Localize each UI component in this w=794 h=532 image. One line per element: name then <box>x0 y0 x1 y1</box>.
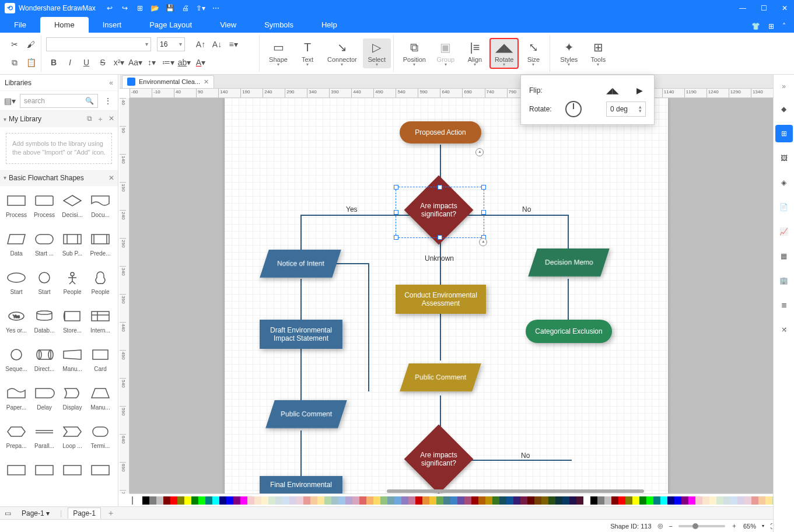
shape-item[interactable]: Decisi... <box>58 190 86 228</box>
shape-item[interactable]: Manu... <box>58 344 86 382</box>
color-swatch[interactable] <box>401 496 408 505</box>
color-swatch[interactable] <box>695 496 702 505</box>
expand-right-panel-icon[interactable]: » <box>774 79 794 93</box>
color-swatch[interactable] <box>317 496 324 505</box>
color-swatch[interactable] <box>541 496 548 505</box>
rotate-button[interactable]: ◢◣Rotate▾ <box>490 38 518 68</box>
menu-symbols[interactable]: Symbols <box>250 17 307 33</box>
mylib-import-icon[interactable]: ⧉ <box>87 114 92 124</box>
color-swatch[interactable] <box>373 496 380 505</box>
color-swatch[interactable] <box>730 496 737 505</box>
color-swatch[interactable] <box>562 496 569 505</box>
color-swatch[interactable] <box>527 496 534 505</box>
color-swatch[interactable] <box>163 496 170 505</box>
color-swatch[interactable] <box>646 496 653 505</box>
color-swatch[interactable] <box>660 496 667 505</box>
shape-item[interactable]: Paper... <box>2 382 30 421</box>
color-swatch[interactable] <box>478 496 485 505</box>
color-swatch[interactable] <box>716 496 723 505</box>
copy-icon[interactable]: ⧉ <box>7 55 22 70</box>
color-swatch[interactable] <box>597 496 604 505</box>
color-swatch[interactable] <box>443 496 450 505</box>
color-swatch[interactable] <box>429 496 436 505</box>
color-swatch[interactable] <box>247 496 254 505</box>
decrease-font-icon[interactable]: A↓ <box>209 37 225 52</box>
shape-item[interactable]: Datab... <box>30 305 58 344</box>
color-swatch[interactable] <box>436 496 443 505</box>
page-view-icon[interactable]: ▭ <box>5 509 11 517</box>
menu-insert[interactable]: Insert <box>89 17 136 33</box>
shape-item[interactable] <box>30 459 58 498</box>
shape-item[interactable]: Start <box>30 267 58 305</box>
shape-item[interactable]: Seque... <box>2 344 30 382</box>
color-swatch[interactable] <box>667 496 674 505</box>
color-swatch[interactable] <box>408 496 415 505</box>
flip-horizontal-icon[interactable]: ◢◣ <box>606 84 619 97</box>
color-swatch[interactable] <box>338 496 345 505</box>
size-button[interactable]: ⤡Size▾ <box>519 38 547 68</box>
select-button[interactable]: ▷Select▾ <box>363 38 391 68</box>
color-swatch[interactable] <box>191 496 198 505</box>
color-swatch[interactable] <box>506 496 513 505</box>
color-swatch[interactable] <box>499 496 506 505</box>
color-swatch[interactable] <box>275 496 282 505</box>
menu-home[interactable]: Home <box>40 17 89 33</box>
group-button[interactable]: ▣Group▾ <box>432 38 460 68</box>
color-swatch[interactable] <box>135 496 142 505</box>
color-swatch[interactable] <box>688 496 695 505</box>
color-swatch[interactable] <box>520 496 527 505</box>
color-swatch[interactable] <box>758 496 765 505</box>
library-search-input[interactable]: search 🔍 <box>20 94 98 108</box>
search-icon[interactable]: 🔍 <box>85 97 94 105</box>
node-cat-exclusion[interactable]: Categorical Exclusion <box>526 320 612 343</box>
color-swatch[interactable] <box>639 496 646 505</box>
undo-icon[interactable]: ↩ <box>104 4 116 12</box>
shape-item[interactable]: Manu... <box>86 382 114 421</box>
doc-tab-close-icon[interactable]: ✕ <box>204 78 209 86</box>
shape-item[interactable]: Docu... <box>86 190 114 228</box>
color-swatch[interactable] <box>681 496 688 505</box>
shape-item[interactable]: Start ... <box>30 228 58 267</box>
color-swatch[interactable] <box>149 496 156 505</box>
highlight-icon[interactable]: ab▾ <box>177 55 192 70</box>
target-icon[interactable]: ◎ <box>657 522 663 530</box>
color-swatch[interactable] <box>583 496 590 505</box>
color-swatch[interactable] <box>576 496 583 505</box>
zoom-slider[interactable] <box>678 525 725 527</box>
shape-item[interactable] <box>58 459 86 498</box>
print-icon[interactable]: 🖨 <box>180 4 191 12</box>
shape-item[interactable]: Display <box>58 382 86 421</box>
color-swatch[interactable] <box>261 496 268 505</box>
align-text-icon[interactable]: ≡▾ <box>226 37 241 52</box>
color-swatch[interactable] <box>184 496 191 505</box>
color-swatch[interactable] <box>366 496 373 505</box>
shape-item[interactable] <box>2 459 30 498</box>
list-icon[interactable]: ≣ <box>775 296 793 314</box>
color-swatch[interactable] <box>590 496 597 505</box>
color-swatch[interactable] <box>233 496 240 505</box>
export-icon[interactable]: ⇪▾ <box>195 4 207 12</box>
shape-item[interactable]: Prede... <box>86 228 114 267</box>
color-swatch[interactable] <box>394 496 401 505</box>
text-button[interactable]: TText▾ <box>293 38 321 68</box>
shape-item[interactable]: Data <box>2 228 30 267</box>
shape-item[interactable]: Store... <box>58 305 86 344</box>
color-swatch[interactable] <box>212 496 219 505</box>
font-color-icon[interactable]: A▾ <box>193 55 208 70</box>
color-swatch[interactable] <box>709 496 716 505</box>
image-icon[interactable]: 🖼 <box>775 149 793 167</box>
menu-view[interactable]: View <box>206 17 250 33</box>
styles-button[interactable]: ✦Styles▾ <box>555 38 583 68</box>
collapse-ribbon-icon[interactable]: ˄ <box>782 22 786 30</box>
shape-item[interactable]: Intern... <box>86 305 114 344</box>
color-swatch[interactable] <box>268 496 275 505</box>
shape-item[interactable]: Start <box>2 267 30 305</box>
node-conduct-ea[interactable]: Conduct Environmental Assessment <box>396 285 486 314</box>
color-swatch[interactable] <box>219 496 226 505</box>
color-swatch[interactable] <box>548 496 555 505</box>
flowchart-close-icon[interactable]: ✕ <box>109 174 114 182</box>
redo-icon[interactable]: ↪ <box>119 4 131 12</box>
tshirt-icon[interactable]: 👕 <box>751 22 760 30</box>
close-icon[interactable]: ✕ <box>780 4 789 12</box>
italic-icon[interactable]: I <box>62 55 78 70</box>
